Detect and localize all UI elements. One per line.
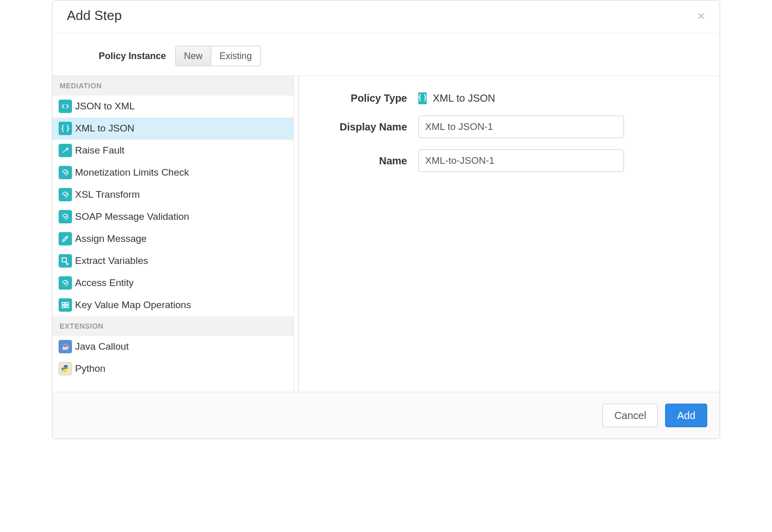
policy-list-item-label: Python bbox=[75, 363, 105, 374]
check-icon bbox=[59, 276, 72, 290]
policy-list-item[interactable]: Key Value Map Operations bbox=[52, 294, 293, 316]
policy-list-item[interactable]: Raise Fault bbox=[52, 140, 293, 162]
dialog-body: MEDIATIONJSON to XMLXML to JSONRaise Fau… bbox=[52, 75, 720, 392]
svg-rect-1 bbox=[62, 302, 65, 305]
svg-rect-4 bbox=[66, 306, 68, 308]
policy-detail-panel: Policy Type XML to JSON Display Name bbox=[294, 76, 720, 392]
policy-list-item[interactable]: Access Entity bbox=[52, 272, 293, 294]
arrow-icon bbox=[59, 144, 72, 157]
policy-list-item-label: Key Value Map Operations bbox=[75, 299, 191, 311]
name-input[interactable] bbox=[418, 149, 624, 172]
code-icon bbox=[59, 100, 72, 113]
check-icon bbox=[59, 166, 72, 179]
policy-group-header: MEDIATION bbox=[52, 76, 293, 96]
policy-list-item-label: SOAP Message Validation bbox=[75, 211, 189, 222]
add-step-dialog: Add Step × Policy Instance New Existing … bbox=[52, 0, 720, 439]
svg-text:☕: ☕ bbox=[62, 343, 69, 350]
policy-list-item[interactable]: SOAP Message Validation bbox=[52, 206, 293, 228]
policy-list-item[interactable]: ☕Java Callout bbox=[52, 336, 293, 358]
policy-instance-label: Policy Instance bbox=[99, 51, 166, 62]
toggle-existing[interactable]: Existing bbox=[211, 46, 261, 66]
add-button[interactable]: Add bbox=[665, 404, 707, 427]
check-icon bbox=[59, 210, 72, 223]
policy-list-item[interactable]: XML to JSON bbox=[52, 118, 293, 140]
kv-icon bbox=[59, 298, 72, 312]
policy-list-item-label: XSL Transform bbox=[75, 189, 140, 200]
policy-list[interactable]: MEDIATIONJSON to XMLXML to JSONRaise Fau… bbox=[52, 76, 294, 392]
display-name-label: Display Name bbox=[320, 121, 407, 133]
out-icon bbox=[59, 254, 72, 268]
policy-type-label: Policy Type bbox=[320, 92, 407, 104]
policy-list-item[interactable]: Extract Variables bbox=[52, 250, 293, 272]
display-name-input[interactable] bbox=[418, 116, 624, 138]
name-label: Name bbox=[320, 155, 407, 167]
policy-list-item-label: Monetization Limits Check bbox=[75, 167, 189, 178]
policy-instance-toggle: New Existing bbox=[175, 46, 261, 66]
policy-list-item-label: XML to JSON bbox=[75, 123, 134, 134]
policy-list-item-label: Java Callout bbox=[75, 341, 129, 352]
policy-list-item-label: Extract Variables bbox=[75, 255, 148, 267]
policy-list-item[interactable]: Assign Message bbox=[52, 228, 293, 250]
braces-icon bbox=[418, 92, 427, 104]
cancel-button[interactable]: Cancel bbox=[602, 404, 658, 427]
policy-list-item[interactable]: Python bbox=[52, 358, 293, 380]
policy-type-text: XML to JSON bbox=[433, 92, 495, 104]
policy-list-item-label: Assign Message bbox=[75, 233, 146, 244]
policy-list-item[interactable]: XSL Transform bbox=[52, 184, 293, 206]
java-icon: ☕ bbox=[59, 340, 72, 353]
svg-rect-3 bbox=[62, 306, 65, 308]
policy-list-item-label: JSON to XML bbox=[75, 101, 135, 112]
svg-rect-2 bbox=[66, 302, 68, 305]
braces-icon bbox=[59, 122, 72, 135]
policy-list-item-label: Access Entity bbox=[75, 277, 134, 289]
policy-instance-row: Policy Instance New Existing bbox=[52, 33, 720, 75]
dialog-title: Add Step bbox=[67, 8, 122, 24]
policy-list-item-label: Raise Fault bbox=[75, 145, 124, 156]
toggle-new[interactable]: New bbox=[175, 46, 211, 66]
policy-type-value: XML to JSON bbox=[418, 92, 495, 104]
svg-rect-0 bbox=[62, 258, 66, 262]
python-icon bbox=[59, 362, 72, 375]
check-icon bbox=[59, 188, 72, 201]
policy-group-header: EXTENSION bbox=[52, 316, 293, 336]
dialog-header: Add Step × bbox=[52, 1, 720, 33]
dialog-footer: Cancel Add bbox=[52, 392, 720, 439]
close-icon[interactable]: × bbox=[697, 9, 705, 23]
policy-list-item[interactable]: JSON to XML bbox=[52, 96, 293, 118]
pencil-icon bbox=[59, 232, 72, 245]
policy-list-item[interactable]: Monetization Limits Check bbox=[52, 162, 293, 184]
